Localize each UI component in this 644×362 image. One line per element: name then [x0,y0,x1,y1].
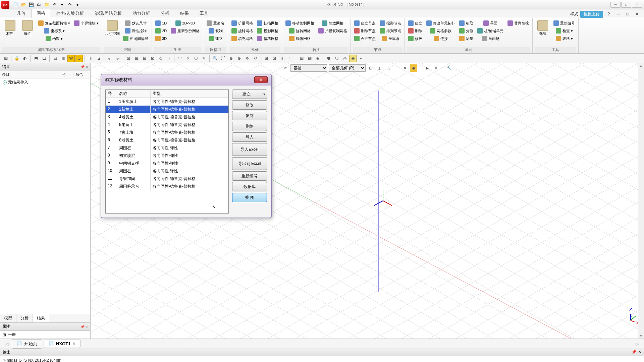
view-tool-icon[interactable]: ⊡ [367,64,374,72]
options-button[interactable]: 选项 [535,19,551,36]
material-row[interactable]: 9中间钢支撑各向同性-弹性 [106,160,228,167]
tool-icon[interactable]: ▦ [2,55,9,62]
view-icon[interactable]: ◉ [349,55,357,62]
material-row[interactable]: 11压实填土各向同性-德鲁克-普拉格 [106,98,228,106]
pin-icon[interactable]: 📌 [632,350,637,355]
material-row[interactable]: 22新黄土各向同性-德鲁克-普拉格 [106,106,228,113]
col-name-header[interactable]: 名称 [117,90,151,98]
ribbon-small-button[interactable]: 修改单元拓扑 [425,19,457,27]
ribbon-small-button[interactable]: 删除节点 [353,27,377,35]
mdi-close-icon[interactable]: ✕ [633,10,641,18]
ribbon-small-button[interactable]: 3D [154,35,168,42]
ribbon-small-button[interactable]: 复杂截面特性 ▾ [37,19,71,27]
view-icon[interactable]: ⬚ [287,55,294,62]
snap-icon[interactable]: ⊞ [133,55,140,62]
renumber-button[interactable]: 重新编号 [232,171,267,181]
delete-button[interactable]: 删除 [232,122,267,131]
ribbon-small-button[interactable]: 自由场 [480,35,501,42]
qat-open[interactable]: 📂 [20,1,27,8]
ribbon-small-button[interactable]: 合并节点 [353,35,377,42]
select-icon[interactable]: ⬡ [192,55,200,62]
ribbon-small-button[interactable]: 析取 [458,19,475,27]
col-num-header[interactable]: 号 [106,90,117,98]
view-basic-select[interactable]: 基础 [290,64,327,72]
ribbon-small-button[interactable]: 建立 [407,19,424,27]
ribbon-tab-7[interactable]: 工具 [195,9,213,18]
ribbon-small-button[interactable]: 镜像网格 [288,35,312,42]
view-icon[interactable]: ◫ [279,55,286,62]
ribbon-small-button[interactable]: 排列节点 [378,27,402,35]
ribbon-small-button[interactable]: 测量 [458,35,475,42]
close-window-button[interactable]: ✕ [632,2,642,8]
ribbon-small-button[interactable]: 坐标系 ▾ [43,27,66,35]
view-icon[interactable]: ◎ [341,55,348,62]
snap-icon[interactable]: ○ [165,55,172,62]
view-icon[interactable]: ⊞ [263,55,270,62]
view-tool-icon[interactable]: ⟳ [282,64,289,72]
tool-icon[interactable]: ▥ [59,55,67,62]
ribbon-tab-1[interactable]: 网格 [32,9,50,18]
snap-icon[interactable]: ⊡ [125,55,132,62]
property-button[interactable]: 属性 [19,19,36,36]
qat-redo[interactable]: ↷ [66,1,73,8]
view-tool-icon[interactable]: ◫ [376,64,383,72]
ribbon-small-button[interactable]: 网格参数 [429,27,453,35]
ribbon-small-button[interactable]: 非弹性铰 ▾ [73,19,100,27]
tab-analysis[interactable]: 分析 [16,314,33,322]
view-tool-icon[interactable]: ▶ [423,64,431,72]
database-button[interactable]: 数据库 [232,182,267,191]
export-excel-button[interactable]: 导出到 Excel [232,157,267,170]
ribbon-small-button[interactable]: 重新划分网格 [169,27,201,35]
mdi-max-icon[interactable]: □ [624,10,631,18]
material-list[interactable]: 号 名称 类型 11压实填土各向同性-德鲁克-普拉格22新黄土各向同性-德鲁克-… [105,89,229,214]
ribbon-small-button[interactable]: 重新编号 [552,19,576,27]
ribbon-small-button[interactable]: 缩放网格 [321,19,345,27]
ribbon-small-button[interactable]: 复制 [207,27,224,35]
qat-undo[interactable]: ↶ [51,1,58,8]
material-row[interactable]: 7周围桩各向同性-弹性 [106,144,228,152]
tab-scroll-left[interactable]: ◁ [3,342,10,346]
zoom-in-icon[interactable]: ⊕ [227,55,235,62]
view-icon[interactable]: ▩ [306,55,313,62]
ribbon-small-button[interactable]: 扩展网格 [230,19,254,27]
qat-saveall[interactable]: 🗂 [35,1,43,8]
ribbon-small-button[interactable]: 填充网格 [230,35,254,42]
ribbon-small-button[interactable]: 属性控制 [124,27,148,35]
material-row[interactable]: 10周围桩各向同性-弹性 [106,167,228,175]
view-tool-icon[interactable]: ◆ [410,64,417,72]
qat-save[interactable]: 💾 [28,1,35,8]
tab-results[interactable]: 结果 [33,314,49,322]
ribbon-small-button[interactable]: 扫描复制网格 [317,27,348,35]
doc-tab-file[interactable]: 📄 NXGT1 ✕ [44,340,80,348]
tool-icon[interactable]: ⬒ [32,55,40,62]
prop-row-general[interactable]: ⊞ 一般 [0,331,90,339]
snap-icon[interactable]: ⊟ [141,55,148,62]
tool-icon[interactable]: ▤ [51,55,59,62]
material-row[interactable]: 12周围桩承台各向同性-德鲁克-普拉格 [106,183,228,190]
rotate-icon[interactable]: ⟲ [252,55,259,62]
help-icon[interactable]: ? [605,10,612,18]
ribbon-small-button[interactable]: 界面 [482,19,499,27]
ribbon-small-button[interactable]: 扫描网格 [256,19,280,27]
ribbon-small-button[interactable]: 2D [154,27,168,35]
ribbon-small-button[interactable]: 投影节点 [378,19,402,27]
ribbon-tab-3[interactable]: 渗流/固结分析 [90,9,127,18]
material-row[interactable]: 45老黄土各向同性-德鲁克-普拉格 [106,121,228,129]
zoom-icon[interactable]: 🔍 [211,55,219,62]
view-icon[interactable]: ⊡ [271,55,278,62]
ribbon-small-button[interactable]: 投影网格 [256,27,280,35]
view-icon[interactable]: ◈ [314,55,321,62]
zoom-fit-icon[interactable]: ⛶ [219,55,227,62]
maximize-button[interactable]: □ [621,2,631,8]
pin-icon[interactable]: 📌 ✕ [80,65,88,69]
pan-icon[interactable]: ✥ [244,55,251,62]
size-ctrl-button[interactable]: 尺寸控制 [104,19,120,36]
col-item[interactable]: 条目 [0,71,60,78]
ribbon-small-button[interactable]: 函数 ▾ [44,35,64,42]
ribbon-tab-6[interactable]: 结果 [175,9,194,18]
snap-icon[interactable]: ⊠ [149,55,156,62]
ribbon-tab-2[interactable]: 静力/边坡分析 [52,9,89,18]
ribbon-small-button[interactable]: 相同间隔线 [122,35,150,42]
import-excel-button[interactable]: 导入Excel [232,143,267,156]
qat-new[interactable]: 📄 [12,1,19,8]
